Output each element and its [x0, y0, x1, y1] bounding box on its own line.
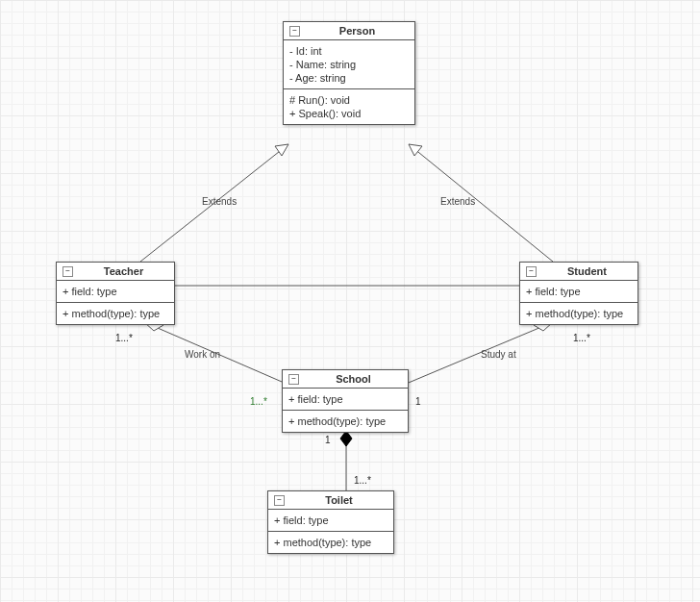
svg-marker-10 — [340, 431, 352, 446]
collapse-icon[interactable]: − — [289, 26, 300, 37]
collapse-icon[interactable]: − — [288, 374, 299, 385]
mult-student: 1...* — [573, 333, 590, 343]
class-school[interactable]: − School + field: type + method(type): t… — [282, 369, 409, 433]
attr-row: - Name: string — [289, 58, 409, 71]
mult-teacher: 1...* — [115, 333, 133, 343]
class-person-ops: # Run(): void + Speak(): void — [284, 89, 414, 124]
svg-line-5 — [144, 322, 288, 385]
class-toilet-attrs: + field: type — [268, 510, 393, 532]
svg-marker-1 — [275, 144, 288, 156]
collapse-icon[interactable]: − — [526, 266, 537, 277]
svg-marker-3 — [409, 144, 422, 156]
op-row: + method(type): type — [62, 307, 168, 320]
class-teacher-title[interactable]: − Teacher — [57, 263, 174, 281]
class-teacher[interactable]: − Teacher + field: type + method(type): … — [56, 262, 175, 325]
collapse-icon[interactable]: − — [62, 266, 73, 277]
class-student-attrs: + field: type — [520, 281, 638, 303]
class-name: School — [305, 373, 402, 385]
op-row: # Run(): void — [289, 93, 409, 107]
class-toilet-title[interactable]: − Toilet — [268, 491, 393, 510]
op-row: + method(type): type — [288, 414, 402, 428]
svg-line-2 — [409, 144, 553, 262]
op-row: + method(type): type — [274, 536, 388, 549]
collapse-icon[interactable]: − — [274, 495, 285, 506]
class-school-title[interactable]: − School — [283, 370, 408, 389]
class-school-ops: + method(type): type — [283, 411, 408, 432]
class-student-ops: + method(type): type — [520, 303, 638, 324]
class-student[interactable]: − Student + field: type + method(type): … — [519, 262, 638, 325]
mult-school-right: 1 — [415, 396, 421, 407]
class-toilet-ops: + method(type): type — [268, 532, 393, 553]
class-school-attrs: + field: type — [283, 389, 408, 411]
attr-row: + field: type — [526, 285, 632, 298]
svg-line-7 — [404, 322, 553, 385]
class-student-title[interactable]: − Student — [520, 263, 638, 281]
op-row: + method(type): type — [526, 307, 632, 320]
attr-row: + field: type — [274, 514, 388, 527]
label-study-at: Study at — [481, 349, 516, 360]
mult-toilet-top: 1...* — [354, 475, 371, 486]
mult-school-bottom: 1 — [325, 435, 331, 445]
label-extends-right: Extends — [440, 196, 475, 207]
svg-line-0 — [140, 144, 288, 262]
label-extends-left: Extends — [202, 196, 237, 207]
class-person-title[interactable]: − Person — [284, 22, 414, 40]
class-teacher-ops: + method(type): type — [57, 303, 174, 324]
class-name: Person — [306, 25, 409, 37]
op-row: + Speak(): void — [289, 107, 409, 120]
mult-school-left: 1...* — [250, 396, 267, 407]
attr-row: + field: type — [288, 392, 402, 406]
class-toilet[interactable]: − Toilet + field: type + method(type): t… — [267, 490, 394, 554]
class-name: Student — [542, 265, 632, 277]
diagram-canvas[interactable]: { "classes": { "person": { "name": "Pers… — [0, 0, 700, 602]
class-teacher-attrs: + field: type — [57, 281, 174, 303]
class-person-attrs: - Id: int - Name: string - Age: string — [284, 40, 414, 89]
attr-row: - Age: string — [289, 71, 409, 85]
attr-row: - Id: int — [289, 44, 409, 58]
class-name: Teacher — [79, 265, 168, 277]
class-person[interactable]: − Person - Id: int - Name: string - Age:… — [283, 21, 415, 125]
attr-row: + field: type — [62, 285, 168, 298]
label-work-on: Work on — [185, 349, 220, 360]
class-name: Toilet — [290, 494, 388, 506]
